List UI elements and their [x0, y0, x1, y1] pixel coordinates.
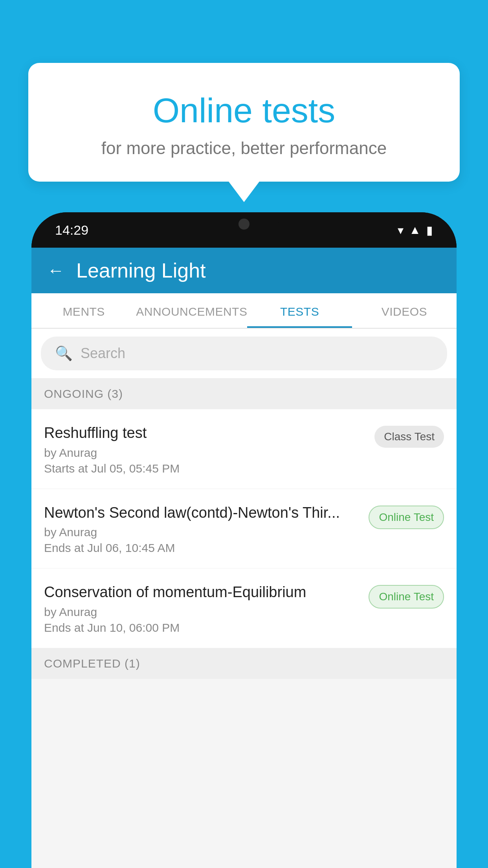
completed-section-header: COMPLETED (1) [31, 648, 457, 679]
app-header: ← Learning Light [31, 248, 457, 293]
signal-icon: ▲ [409, 223, 421, 237]
ongoing-section-header: ONGOING (3) [31, 379, 457, 409]
speech-bubble-subtitle: for more practice, better performance [52, 138, 436, 158]
tab-bar: MENTS ANNOUNCEMENTS TESTS VIDEOS [31, 293, 457, 329]
phone-frame: 14:29 ▾ ▲ ▮ ← Learning Light MENTS ANNOU… [31, 212, 457, 868]
test-name-1: Reshuffling test [44, 424, 367, 442]
test-list: Reshuffling test by Anurag Starts at Jul… [31, 409, 457, 648]
test-by-3: by Anurag [44, 605, 361, 619]
test-time-3: Ends at Jun 10, 06:00 PM [44, 621, 361, 634]
test-info-1: Reshuffling test by Anurag Starts at Jul… [44, 424, 374, 475]
phone-screen: ← Learning Light MENTS ANNOUNCEMENTS TES… [31, 248, 457, 868]
tab-announcements[interactable]: ANNOUNCEMENTS [136, 293, 247, 328]
ongoing-title: ONGOING (3) [44, 387, 123, 400]
test-item-1[interactable]: Reshuffling test by Anurag Starts at Jul… [31, 409, 457, 489]
test-info-2: Newton's Second law(contd)-Newton's Thir… [44, 504, 369, 555]
battery-icon: ▮ [426, 223, 433, 237]
search-icon: 🔍 [55, 345, 73, 362]
test-by-1: by Anurag [44, 446, 367, 460]
phone-notch [209, 212, 279, 234]
test-by-2: by Anurag [44, 526, 361, 539]
phone-camera [238, 219, 250, 230]
back-button[interactable]: ← [47, 261, 64, 280]
test-info-3: Conservation of momentum-Equilibrium by … [44, 583, 369, 634]
search-container: 🔍 Search [31, 329, 457, 379]
status-icons: ▾ ▲ ▮ [398, 223, 433, 237]
test-time-2: Ends at Jul 06, 10:45 AM [44, 541, 361, 555]
tab-tests[interactable]: TESTS [247, 293, 352, 328]
speech-bubble-title: Online tests [52, 90, 436, 131]
completed-title: COMPLETED (1) [44, 657, 140, 670]
search-bar[interactable]: 🔍 Search [41, 337, 447, 370]
test-item-3[interactable]: Conservation of momentum-Equilibrium by … [31, 568, 457, 648]
app-title: Learning Light [76, 259, 206, 282]
wifi-icon: ▾ [398, 223, 404, 237]
test-badge-3: Online Test [369, 585, 444, 609]
test-name-2: Newton's Second law(contd)-Newton's Thir… [44, 504, 361, 522]
speech-bubble: Online tests for more practice, better p… [28, 63, 460, 182]
test-name-3: Conservation of momentum-Equilibrium [44, 583, 361, 601]
test-item-2[interactable]: Newton's Second law(contd)-Newton's Thir… [31, 489, 457, 569]
test-badge-1: Class Test [374, 426, 444, 448]
tab-ments[interactable]: MENTS [31, 293, 136, 328]
test-time-1: Starts at Jul 05, 05:45 PM [44, 462, 367, 475]
test-badge-2: Online Test [369, 506, 444, 529]
status-time: 14:29 [55, 223, 88, 238]
status-bar: 14:29 ▾ ▲ ▮ [31, 212, 457, 248]
search-placeholder: Search [81, 345, 125, 362]
tab-videos[interactable]: VIDEOS [352, 293, 457, 328]
